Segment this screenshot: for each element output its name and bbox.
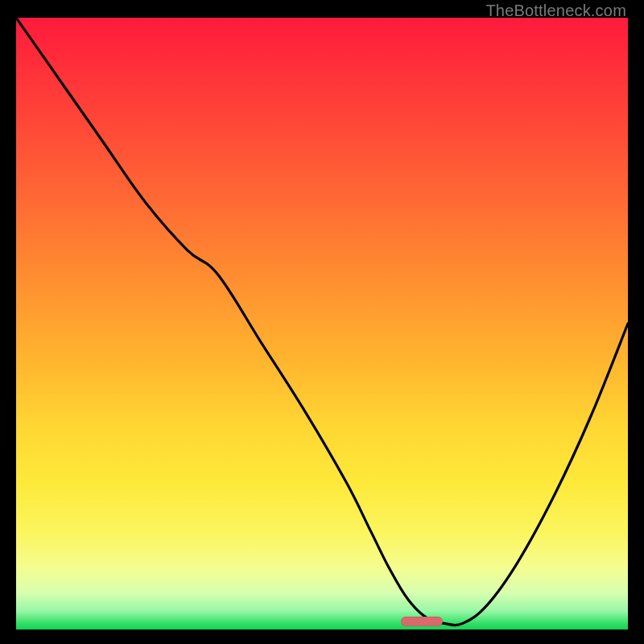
chart-frame: TheBottleneck.com: [0, 0, 644, 644]
minimum-marker: [401, 617, 443, 626]
plot-area: [16, 18, 628, 630]
watermark-text: TheBottleneck.com: [485, 2, 626, 20]
